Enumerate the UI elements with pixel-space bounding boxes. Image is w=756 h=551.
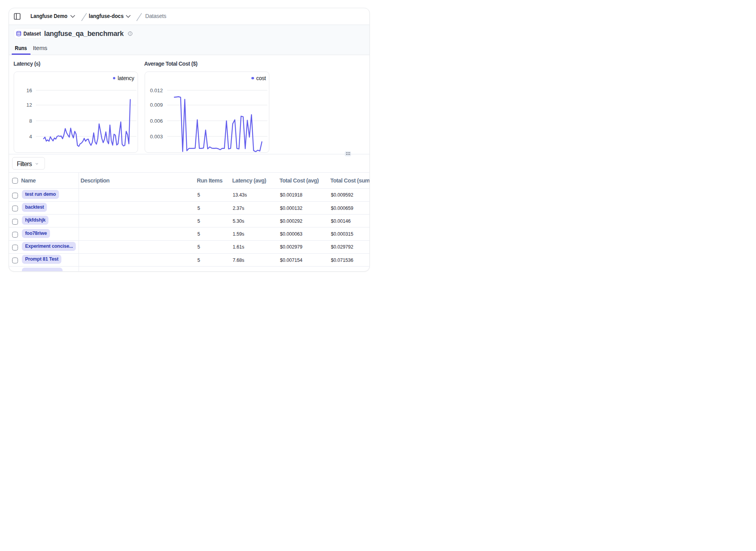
svg-text:0.009: 0.009 (150, 102, 163, 108)
svg-text:12: 12 (26, 102, 32, 108)
svg-text:0.006: 0.006 (150, 118, 163, 123)
svg-text:0.012: 0.012 (150, 87, 163, 93)
svg-text:16: 16 (26, 87, 32, 93)
svg-text:8: 8 (29, 118, 32, 123)
svg-text:0.003: 0.003 (150, 133, 163, 139)
svg-text:4: 4 (29, 133, 32, 139)
